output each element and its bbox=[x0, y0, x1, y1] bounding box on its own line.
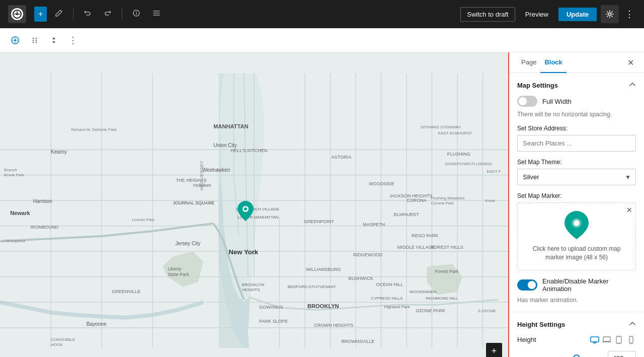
height-settings-header: Height Settings bbox=[517, 320, 636, 329]
close-panel-button[interactable]: ✕ bbox=[625, 56, 636, 69]
drag-handle-button[interactable] bbox=[26, 33, 43, 48]
add-block-button[interactable]: + bbox=[34, 7, 47, 22]
map-area[interactable]: MANHATTAN Union City Weehawken Kearny Ha… bbox=[0, 52, 508, 357]
svg-text:I-78 Express: I-78 Express bbox=[3, 239, 25, 243]
separator-2 bbox=[122, 8, 122, 20]
animation-toggle[interactable] bbox=[517, 279, 537, 291]
marker-close-button[interactable]: ✕ bbox=[626, 206, 632, 214]
svg-text:Harrison: Harrison bbox=[33, 198, 52, 204]
full-width-helper: There will be no horizontal spacing. bbox=[517, 111, 636, 118]
preview-button[interactable]: Preview bbox=[519, 8, 554, 21]
map-theme-field: Set Map Theme: Silver Standard Retro Dar… bbox=[517, 159, 636, 185]
tablet-icon[interactable] bbox=[614, 335, 624, 345]
height-settings-collapse-button[interactable] bbox=[629, 320, 636, 329]
block-tab[interactable]: Block bbox=[540, 52, 566, 73]
svg-text:Kisse: Kisse bbox=[486, 198, 496, 203]
undo-icon bbox=[84, 9, 92, 19]
svg-text:Liberty: Liberty bbox=[168, 266, 182, 271]
height-settings-title: Height Settings bbox=[517, 321, 565, 328]
mobile-icon[interactable] bbox=[626, 335, 636, 345]
svg-text:REGO PARK: REGO PARK bbox=[412, 233, 438, 238]
laptop-icon[interactable] bbox=[602, 335, 612, 345]
svg-point-6 bbox=[14, 39, 16, 41]
svg-text:CROWN HEIGHTS: CROWN HEIGHTS bbox=[314, 323, 353, 328]
map-settings-section: Map Settings Full Width There will be no… bbox=[509, 73, 644, 312]
pencil-icon bbox=[55, 9, 63, 19]
svg-text:WOODSIDE: WOODSIDE bbox=[369, 181, 394, 186]
block-toolbar: ⋮ bbox=[0, 28, 644, 52]
undo-button[interactable] bbox=[79, 6, 96, 22]
list-view-button[interactable] bbox=[148, 6, 165, 22]
height-settings-section: Height Settings Height bbox=[509, 312, 644, 357]
move-up-down-button[interactable] bbox=[45, 33, 62, 48]
marker-upload-text: Click here to upload custom map marker i… bbox=[526, 245, 627, 262]
svg-text:PARK SLOPE: PARK SLOPE bbox=[259, 319, 288, 324]
slider-thumb bbox=[573, 354, 580, 357]
svg-text:DOWNTOWN FLUSHING: DOWNTOWN FLUSHING bbox=[445, 162, 492, 166]
svg-text:FLUSHING: FLUSHING bbox=[447, 152, 470, 157]
svg-rect-83 bbox=[591, 337, 599, 342]
marker-upload-area[interactable]: ✕ Click here to upload custom map marker… bbox=[517, 202, 636, 270]
search-places-input[interactable] bbox=[517, 135, 636, 152]
svg-text:BUSHWICK: BUSHWICK bbox=[349, 276, 373, 281]
svg-text:Bayonne: Bayonne bbox=[87, 321, 107, 327]
desktop-icon[interactable] bbox=[590, 335, 600, 345]
svg-text:EAST F: EAST F bbox=[487, 169, 501, 174]
svg-point-8 bbox=[36, 37, 37, 38]
svg-text:OZONE PARK: OZONE PARK bbox=[416, 309, 445, 314]
main-content: MANHATTAN Union City Weehawken Kearny Ha… bbox=[0, 52, 644, 357]
redo-icon bbox=[104, 9, 112, 19]
svg-text:GREENPOINT: GREENPOINT bbox=[304, 219, 334, 224]
wp-logo-inner bbox=[11, 8, 23, 20]
map-settings-header: Map Settings bbox=[517, 81, 636, 90]
update-button[interactable]: Update bbox=[558, 8, 597, 21]
svg-point-1 bbox=[16, 13, 18, 15]
animation-label: Enable/Disable Marker Animation bbox=[542, 277, 636, 293]
map-theme-select[interactable]: Silver Standard Retro Dark Night Aubergi… bbox=[517, 169, 636, 185]
block-more-button[interactable]: ⋮ bbox=[64, 32, 82, 49]
svg-text:BROOKLYN: BROOKLYN bbox=[307, 303, 339, 309]
add-block-map-button[interactable]: + bbox=[486, 343, 502, 357]
svg-text:GREENVILLE: GREENVILLE bbox=[112, 289, 140, 294]
svg-point-11 bbox=[33, 41, 34, 42]
svg-text:Lincoln Park: Lincoln Park bbox=[132, 218, 155, 222]
svg-text:Highland Park: Highland Park bbox=[384, 305, 411, 309]
list-icon bbox=[152, 9, 160, 19]
full-width-toggle[interactable] bbox=[517, 96, 537, 107]
map-marker-field: Set Map Marker: ✕ Click here to upload c… bbox=[517, 192, 636, 270]
svg-text:IRONBOUND: IRONBOUND bbox=[31, 225, 59, 230]
svg-point-7 bbox=[33, 37, 34, 38]
svg-text:Union City: Union City bbox=[213, 142, 237, 148]
svg-point-82 bbox=[574, 220, 580, 226]
full-width-row: Full Width bbox=[517, 96, 636, 107]
wp-logo[interactable] bbox=[8, 5, 26, 23]
height-controls-row: Height bbox=[517, 335, 636, 345]
svg-text:ELMHURST: ELMHURST bbox=[394, 212, 419, 217]
info-button[interactable] bbox=[128, 6, 144, 22]
svg-text:Corona Park: Corona Park bbox=[431, 201, 454, 205]
edit-button[interactable] bbox=[51, 6, 67, 22]
info-icon bbox=[132, 9, 140, 19]
page-tab[interactable]: Page bbox=[517, 52, 540, 73]
height-value-input[interactable] bbox=[608, 351, 636, 357]
switch-draft-button[interactable]: Switch to draft bbox=[460, 7, 515, 22]
block-type-button[interactable] bbox=[6, 32, 24, 48]
plus-icon: + bbox=[492, 346, 497, 355]
map-settings-title: Map Settings bbox=[517, 82, 558, 89]
svg-text:CORONA: CORONA bbox=[407, 198, 427, 203]
map-marker[interactable] bbox=[237, 201, 254, 221]
more-options-button[interactable]: ⋮ bbox=[623, 6, 636, 23]
height-slider-row bbox=[517, 351, 636, 357]
svg-text:WOODHAVEN: WOODHAVEN bbox=[410, 290, 436, 294]
svg-text:MANHATTAN: MANHATTAN bbox=[213, 123, 248, 129]
settings-button[interactable] bbox=[601, 5, 619, 23]
map-settings-collapse-button[interactable] bbox=[629, 81, 636, 90]
height-label: Height bbox=[517, 336, 536, 343]
svg-text:Newark: Newark bbox=[10, 210, 30, 216]
map-marker-label: Set Map Marker: bbox=[517, 192, 636, 199]
map-canvas: MANHATTAN Union City Weehawken Kearny Ha… bbox=[0, 52, 508, 357]
svg-text:GOWANUS: GOWANUS bbox=[259, 305, 283, 310]
redo-button[interactable] bbox=[100, 6, 116, 22]
svg-text:OCEAN HILL: OCEAN HILL bbox=[376, 282, 403, 287]
svg-point-9 bbox=[33, 39, 34, 40]
